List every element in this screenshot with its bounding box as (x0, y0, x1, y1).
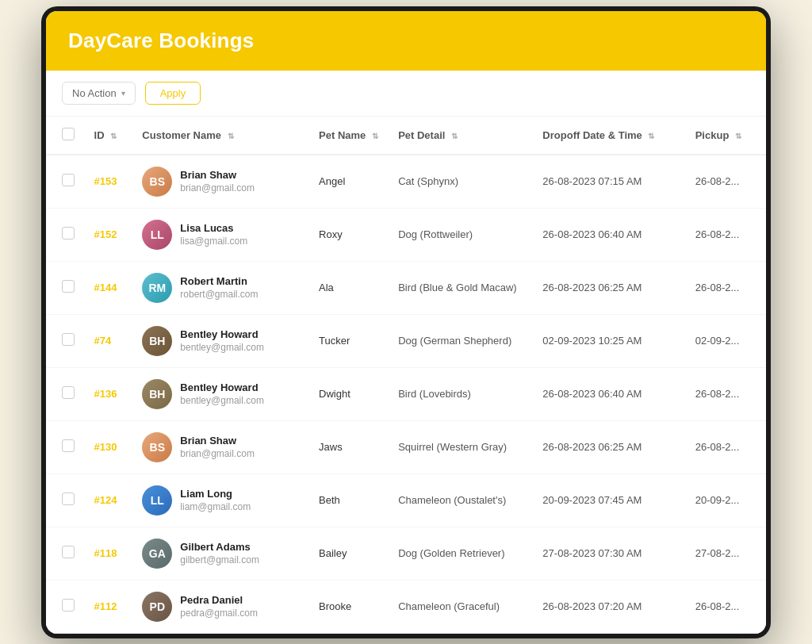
customer-info: Liam Long liam@gmail.com (180, 488, 251, 512)
row-checkbox-cell (46, 367, 85, 420)
chevron-down-icon: ▾ (121, 89, 125, 98)
customer-email: brian@gmail.com (180, 448, 255, 459)
select-all-checkbox[interactable] (62, 128, 75, 140)
row-pet-name: Bailey (309, 527, 389, 580)
table-row: #124 LL Liam Long liam@gmail.com Beth Ch… (46, 473, 766, 527)
row-id: #118 (85, 527, 133, 580)
app-header: DayCare Bookings (46, 11, 766, 71)
device-frame: DayCare Bookings No Action ▾ Apply ID (41, 6, 771, 638)
apply-button[interactable]: Apply (145, 82, 201, 105)
row-pet-detail: Chameleon (Oustalet's) (389, 473, 533, 527)
row-checkbox-cell (46, 580, 85, 633)
customer-email: bentley@gmail.com (180, 342, 264, 353)
row-checkbox[interactable] (62, 493, 75, 505)
header-pet-name[interactable]: Pet Name ⇅ (309, 117, 389, 155)
customer-name: Brian Shaw (180, 169, 255, 181)
row-pickup-date: 27-08-2... (686, 527, 766, 580)
toolbar: No Action ▾ Apply (46, 71, 766, 117)
table-row: #136 BH Bentley Howard bentley@gmail.com… (46, 367, 766, 420)
row-customer: BH Bentley Howard bentley@gmail.com (132, 314, 309, 367)
sort-icon: ⇅ (648, 132, 654, 140)
action-dropdown-label: No Action (72, 87, 117, 99)
customer-email: liam@gmail.com (180, 501, 251, 512)
customer-email: lisa@gmail.com (180, 236, 247, 247)
sort-icon: ⇅ (451, 132, 458, 140)
row-id: #144 (85, 261, 133, 314)
customer-email: robert@gmail.com (180, 289, 258, 300)
avatar: BH (142, 379, 172, 409)
sort-icon: ⇅ (110, 132, 117, 140)
row-id: #152 (85, 208, 133, 261)
customer-cell: LL Liam Long liam@gmail.com (142, 485, 300, 516)
row-dropoff-date: 20-09-2023 07:45 AM (533, 473, 685, 527)
avatar: BH (142, 326, 172, 356)
row-dropoff-date: 27-08-2023 07:30 AM (533, 527, 685, 580)
row-pickup-date: 26-08-2... (686, 580, 766, 633)
row-checkbox[interactable] (62, 386, 75, 399)
row-checkbox[interactable] (62, 439, 75, 452)
table-row: #152 LL Lisa Lucas lisa@gmail.com Roxy D… (46, 208, 766, 261)
customer-name: Robert Martin (180, 275, 258, 287)
row-pet-detail: Chameleon (Graceful) (389, 580, 533, 633)
customer-name: Bentley Howard (180, 381, 264, 393)
row-pickup-date: 26-08-2... (686, 208, 766, 261)
row-pet-name: Brooke (309, 580, 389, 633)
customer-cell: LL Lisa Lucas lisa@gmail.com (142, 220, 300, 250)
action-dropdown[interactable]: No Action ▾ (62, 82, 136, 105)
row-pet-name: Beth (309, 473, 389, 527)
row-pet-name: Tucker (309, 314, 389, 367)
customer-email: bentley@gmail.com (180, 395, 264, 406)
table-container: ID ⇅ Customer Name ⇅ Pet Name ⇅ Pet Deta… (46, 117, 766, 634)
header-id[interactable]: ID ⇅ (85, 117, 133, 155)
row-dropoff-date: 26-08-2023 06:25 AM (533, 261, 685, 314)
row-customer: LL Liam Long liam@gmail.com (132, 473, 309, 527)
row-dropoff-date: 26-08-2023 07:20 AM (533, 580, 685, 633)
customer-info: Lisa Lucas lisa@gmail.com (180, 222, 247, 247)
row-id: #112 (85, 580, 133, 633)
row-dropoff-date: 26-08-2023 07:15 AM (533, 155, 685, 209)
row-checkbox[interactable] (62, 174, 75, 186)
row-checkbox[interactable] (62, 227, 75, 240)
customer-name: Lisa Lucas (180, 222, 247, 234)
table-row: #144 RM Robert Martin robert@gmail.com A… (46, 261, 766, 314)
bookings-table: ID ⇅ Customer Name ⇅ Pet Name ⇅ Pet Deta… (46, 117, 766, 634)
row-checkbox[interactable] (62, 599, 75, 611)
row-pet-name: Jaws (309, 420, 389, 473)
avatar: LL (142, 485, 172, 516)
header-dropoff[interactable]: Dropoff Date & Time ⇅ (533, 117, 685, 155)
row-checkbox[interactable] (62, 546, 75, 558)
row-pet-name: Angel (309, 155, 389, 209)
row-pet-name: Dwight (309, 367, 389, 420)
customer-cell: BH Bentley Howard bentley@gmail.com (142, 326, 300, 356)
customer-cell: GA Gilbert Adams gilbert@gmail.com (142, 539, 300, 569)
row-customer: PD Pedra Daniel pedra@gmail.com (132, 580, 309, 633)
table-header-row: ID ⇅ Customer Name ⇅ Pet Name ⇅ Pet Deta… (46, 117, 766, 155)
header-pickup[interactable]: Pickup ⇅ (686, 117, 766, 155)
row-id: #124 (85, 473, 133, 527)
row-pet-detail: Bird (Lovebirds) (389, 367, 533, 420)
row-id: #153 (85, 155, 133, 209)
header-pet-detail[interactable]: Pet Detail ⇅ (389, 117, 533, 155)
table-row: #153 BS Brian Shaw brian@gmail.com Angel… (46, 155, 766, 209)
row-id: #130 (85, 420, 133, 473)
row-checkbox[interactable] (62, 333, 75, 346)
row-pickup-date: 20-09-2... (686, 473, 766, 527)
customer-cell: BS Brian Shaw brian@gmail.com (142, 167, 300, 197)
row-pet-detail: Dog (Golden Retriever) (389, 527, 533, 580)
sort-icon: ⇅ (228, 132, 234, 140)
row-pet-detail: Cat (Sphynx) (389, 155, 533, 209)
avatar: BS (142, 432, 172, 462)
row-checkbox-cell (46, 473, 85, 527)
row-pet-detail: Dog (German Shepherd) (389, 314, 533, 367)
row-dropoff-date: 26-08-2023 06:40 AM (533, 367, 685, 420)
row-pet-name: Roxy (309, 208, 389, 261)
row-checkbox[interactable] (62, 280, 75, 293)
row-pet-detail: Squirrel (Western Gray) (389, 420, 533, 473)
row-checkbox-cell (46, 261, 85, 314)
row-customer: LL Lisa Lucas lisa@gmail.com (132, 208, 309, 261)
table-row: #112 PD Pedra Daniel pedra@gmail.com Bro… (46, 580, 766, 633)
customer-email: pedra@gmail.com (180, 608, 258, 619)
avatar: PD (142, 592, 172, 622)
sort-icon: ⇅ (372, 132, 378, 140)
header-customer-name[interactable]: Customer Name ⇅ (132, 117, 309, 155)
